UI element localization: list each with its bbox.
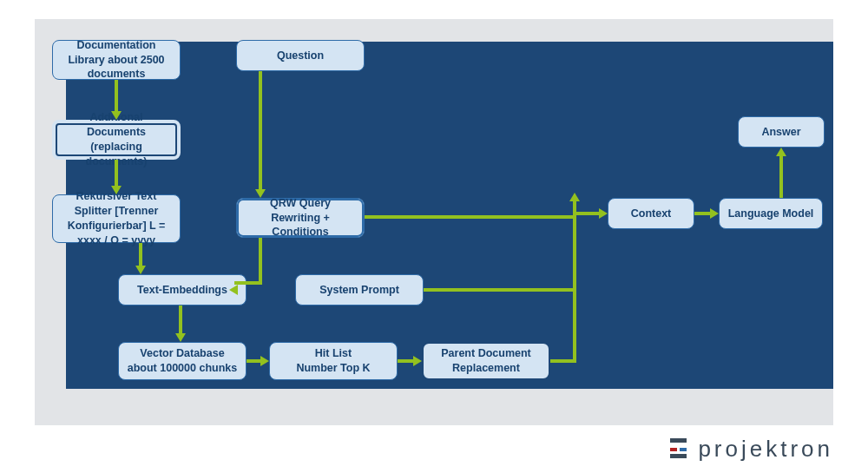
arrow-langmodel-to-answer — [779, 156, 783, 198]
arrow-doclib-to-adddocs — [115, 80, 118, 111]
brand-footer: projektron — [670, 436, 833, 463]
node-parent-document-replacement: Parent Document Replacement — [422, 342, 550, 380]
node-language-model: Language Model — [719, 198, 823, 229]
arrow-question-to-qrw — [259, 71, 262, 189]
brand-name: projektron — [698, 436, 833, 463]
arrowhead-splitter-to-embeddings — [135, 266, 146, 274]
arrow-splitter-to-embeddings — [139, 243, 142, 266]
arrow-sysprompt-h — [424, 288, 576, 292]
node-answer: Answer — [738, 116, 825, 148]
arrow-qrw-to-embeddings-h — [234, 281, 262, 285]
arrowhead-adddocs-to-splitter — [111, 186, 122, 194]
arrowhead-qrw-to-embeddings — [229, 285, 238, 295]
arrow-qrw-down — [259, 238, 262, 281]
arrowhead-question-to-qrw — [255, 189, 266, 198]
arrow-vectordb-to-hitlist — [247, 359, 260, 363]
node-additional-documents: Additional Documents (replacing document… — [52, 120, 181, 160]
arrowhead-embeddings-to-vectordb — [175, 333, 186, 342]
arrowhead-context-to-langmodel — [710, 208, 719, 219]
node-text-embeddings: Text-Embeddings — [118, 274, 247, 305]
arrowhead-vectordb-to-hitlist — [260, 356, 269, 366]
arrow-context-to-langmodel — [694, 212, 710, 215]
node-qrw: QRW Query Rewriting + Conditions — [236, 198, 365, 238]
node-text-splitter: Rekursiver Text Splitter [Trenner Konfig… — [52, 194, 181, 243]
arrow-adddocs-to-splitter — [115, 160, 118, 186]
arrow-junction-to-context — [576, 212, 599, 215]
arrow-vertical-junction — [573, 201, 576, 363]
arrowhead-junction-up — [569, 193, 580, 201]
arrowhead-hitlist-to-parentrepl — [413, 356, 422, 366]
arrowhead-junction-to-context — [599, 208, 608, 219]
node-context: Context — [608, 198, 694, 229]
arrowhead-langmodel-to-answer — [776, 148, 786, 156]
node-documentation-library: Documentation Library about 2500 documen… — [52, 40, 181, 80]
node-question: Question — [236, 40, 365, 71]
node-system-prompt: System Prompt — [295, 274, 424, 305]
node-hit-list: Hit List Number Top K — [269, 342, 398, 380]
projektron-logo-icon — [670, 438, 689, 461]
arrow-qrw-to-context-h — [365, 215, 576, 219]
node-vector-database: Vector Database about 100000 chunks — [118, 342, 247, 380]
arrow-embeddings-to-vectordb — [179, 305, 182, 333]
arrow-hitlist-to-parentrepl — [398, 359, 413, 363]
arrowhead-doclib-to-adddocs — [111, 111, 122, 120]
